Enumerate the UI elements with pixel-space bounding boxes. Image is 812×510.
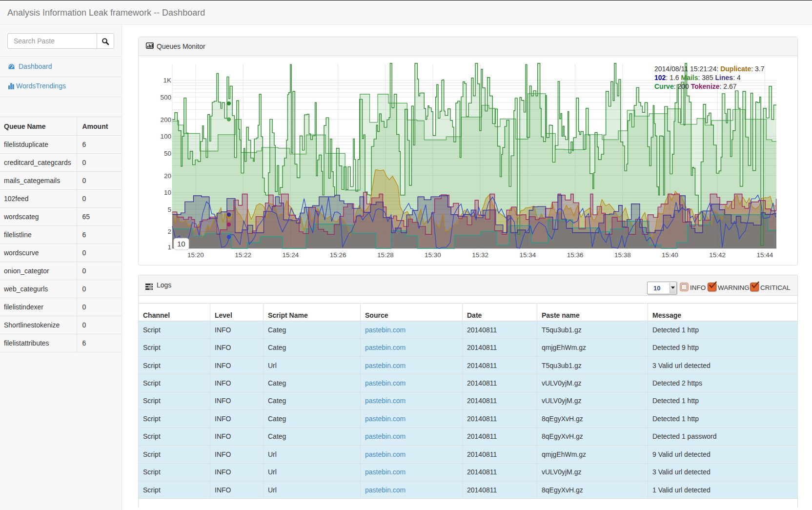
svg-text:15:26: 15:26 — [330, 251, 346, 259]
svg-text:5: 5 — [167, 206, 171, 213]
svg-text:15:28: 15:28 — [377, 251, 394, 259]
svg-text:50: 50 — [164, 150, 171, 157]
svg-text:15:40: 15:40 — [662, 251, 678, 259]
svg-text:102: 1.6 Mails: 385 Lines: 4: 102: 1.6 Mails: 385 Lines: 4 — [654, 74, 741, 82]
svg-text:15:22: 15:22 — [235, 251, 251, 259]
svg-text:15:44: 15:44 — [757, 251, 773, 259]
svg-text:10: 10 — [177, 240, 185, 248]
svg-text:15:36: 15:36 — [567, 251, 584, 259]
svg-text:500: 500 — [160, 94, 171, 101]
svg-text:200: 200 — [160, 116, 171, 123]
svg-text:Curve: 200 Tokenize: 2.67: Curve: 200 Tokenize: 2.67 — [654, 82, 737, 90]
svg-text:15:34: 15:34 — [520, 251, 536, 259]
svg-text:20: 20 — [164, 172, 171, 180]
svg-text:1: 1 — [167, 244, 171, 251]
svg-text:2014/08/11 15:21:24: Duplicate: 2014/08/11 15:21:24: Duplicate: 3.7 — [654, 65, 765, 73]
svg-text:1K: 1K — [163, 77, 171, 84]
svg-text:15:30: 15:30 — [425, 251, 441, 259]
svg-text:15:38: 15:38 — [614, 251, 631, 259]
svg-text:10: 10 — [164, 189, 171, 196]
svg-text:15:42: 15:42 — [709, 251, 726, 259]
svg-text:15:20: 15:20 — [187, 251, 204, 259]
svg-text:2: 2 — [167, 228, 171, 235]
svg-text:15:24: 15:24 — [283, 251, 299, 259]
svg-text:100: 100 — [160, 133, 171, 140]
svg-text:15:32: 15:32 — [472, 251, 488, 259]
